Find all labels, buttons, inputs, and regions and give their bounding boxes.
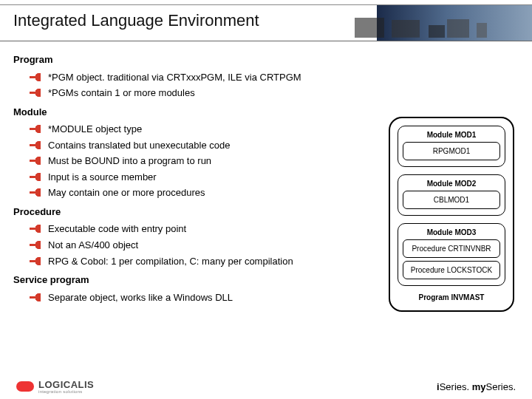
bullet-text: Executable code with entry point	[48, 222, 362, 236]
bullet-text: Contains translated but unexecutable cod…	[48, 139, 362, 152]
bullet-item: Not an AS/400 object	[30, 239, 362, 252]
diagram-proc-box: CBLMOD1	[403, 191, 500, 209]
section-head-module: Module	[13, 106, 362, 119]
diagram-module-box: Module MOD1 RPGMOD1	[398, 126, 505, 167]
content-area: Program *PGM object. traditional via CRT…	[13, 47, 362, 369]
diagram-module-title: Module MOD1	[403, 131, 500, 139]
bullet-item: Input is a source member	[30, 171, 362, 184]
bullet-text: RPG & Cobol: 1 per compilation, C: many …	[48, 255, 362, 268]
bullet-text: *PGM object. traditional via CRTxxxPGM, …	[48, 71, 362, 84]
bullet-icon	[30, 156, 41, 166]
bullet-item: RPG & Cobol: 1 per compilation, C: many …	[30, 255, 362, 268]
bullet-text: *PGMs contain 1 or more modules	[48, 86, 362, 100]
bullet-icon	[30, 172, 41, 182]
bullet-item: *PGM object. traditional via CRTxxxPGM, …	[30, 71, 362, 84]
diagram-program-box: Module MOD1 RPGMOD1 Module MOD2 CBLMOD1 …	[389, 117, 514, 312]
tagline-series2: Series.	[486, 381, 516, 392]
bullet-text: Must be BOUND into a program to run	[48, 154, 362, 168]
diagram-module-box: Module MOD3 Procedure CRTINVNBR Procedur…	[398, 223, 505, 286]
tagline-series1: Series.	[440, 381, 469, 392]
footer: LOGICALIS integration solutions iSeries.…	[0, 378, 532, 395]
diagram-module-box: Module MOD2 CBLMOD1	[398, 174, 505, 216]
footer-logo-main: LOGICALIS	[38, 380, 94, 389]
bullet-icon	[30, 124, 41, 134]
bullet-icon	[30, 88, 41, 98]
diagram-proc-box: RPGMOD1	[403, 142, 500, 160]
bullet-item: May contain one or more procedures	[30, 186, 362, 200]
bullet-icon	[30, 224, 41, 233]
section-head-procedure: Procedure	[13, 205, 362, 219]
diagram-module-title: Module MOD2	[403, 180, 500, 188]
bullet-item: Separate object, works like a Windows DL…	[30, 291, 362, 304]
bullet-text: *MODULE object type	[48, 123, 362, 136]
bullet-icon	[30, 293, 41, 302]
bullet-icon	[30, 140, 41, 150]
footer-logo-text: LOGICALIS integration solutions	[38, 380, 94, 394]
diagram-program-label: Program INVMAST	[398, 293, 505, 301]
tagline-my: my	[469, 381, 485, 392]
bullet-icon	[30, 240, 41, 250]
title-band: Integrated Language Environment	[0, 4, 532, 41]
bullet-icon	[30, 188, 41, 197]
bullet-item: *PGMs contain 1 or more modules	[30, 86, 362, 100]
bullet-item: Executable code with entry point	[30, 222, 362, 236]
diagram-proc-box: Procedure LOCKSTOCK	[403, 261, 500, 279]
diagram-proc-box: Procedure CRTINVNBR	[403, 239, 500, 258]
slide: Integrated Language Environment Program …	[0, 0, 532, 399]
bullet-item: Must be BOUND into a program to run	[30, 154, 362, 168]
bullet-icon	[30, 256, 41, 266]
bullet-text: Not an AS/400 object	[48, 239, 362, 252]
diagram-module-title: Module MOD3	[403, 228, 500, 236]
bullet-item: *MODULE object type	[30, 123, 362, 136]
footer-logo-left: LOGICALIS integration solutions	[16, 380, 94, 394]
bullet-item: Contains translated but unexecutable cod…	[30, 139, 362, 152]
footer-tagline: iSeries. mySeries.	[437, 381, 516, 392]
bullet-text: Separate object, works like a Windows DL…	[48, 291, 362, 304]
cityscape-image	[377, 5, 532, 41]
logicalis-pill-icon	[16, 381, 34, 392]
bullet-text: May contain one or more procedures	[48, 186, 362, 200]
section-head-service: Service program	[13, 273, 362, 287]
section-head-program: Program	[13, 53, 362, 66]
bullet-icon	[30, 72, 41, 82]
slide-title: Integrated Language Environment	[13, 11, 259, 30]
bullet-text: Input is a source member	[48, 171, 362, 184]
